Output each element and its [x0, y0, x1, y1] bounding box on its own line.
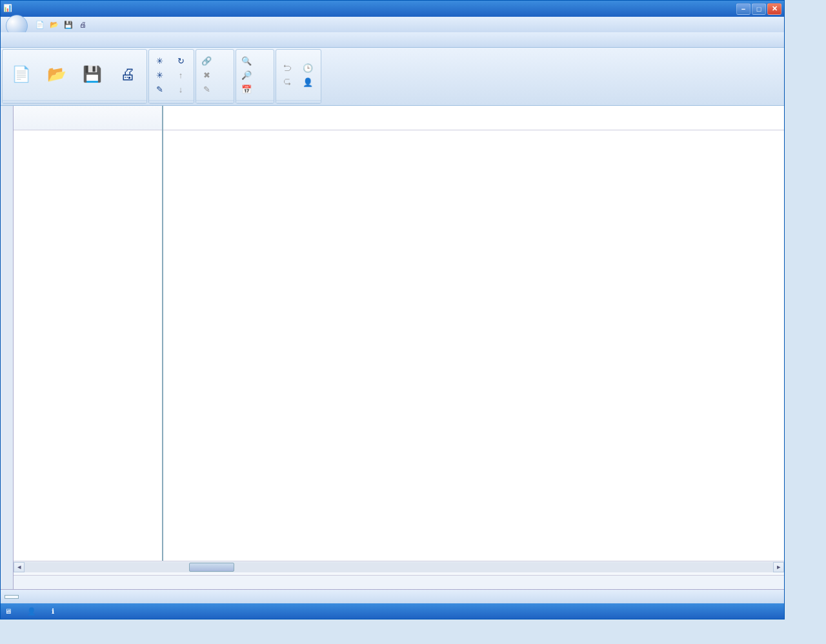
- info-icon: ℹ: [52, 607, 54, 616]
- down-icon: ↓: [176, 84, 186, 94]
- link-delete-button[interactable]: ✖: [197, 68, 218, 82]
- step-back-icon: ⮌: [281, 63, 292, 73]
- link-delete-icon: ✖: [201, 70, 212, 80]
- step-fwd-button[interactable]: ⮎: [277, 75, 298, 89]
- tree-header[interactable]: [14, 106, 162, 130]
- range-button[interactable]: 📅: [237, 82, 258, 96]
- gantt-chart[interactable]: [163, 106, 784, 561]
- step-back-button[interactable]: ⮌: [277, 61, 298, 75]
- link-create-icon: 🔗: [201, 55, 212, 66]
- approve-icon: 👤: [303, 77, 313, 87]
- open-icon: 📂: [46, 64, 67, 85]
- interval-button[interactable]: 🕒: [299, 61, 319, 75]
- scroll-left-icon[interactable]: ◂: [14, 562, 25, 572]
- document-tabs: [1, 589, 784, 603]
- conn-icon: 🖥: [5, 607, 12, 615]
- ribbon-tabs: [1, 32, 784, 48]
- statusbar: 🖥 👤 ℹ: [1, 603, 784, 619]
- range-icon: 📅: [241, 84, 252, 94]
- view-tabs: [14, 575, 784, 589]
- group-title: [196, 100, 234, 103]
- zoom-out-icon: 🔎: [241, 70, 252, 80]
- up-button[interactable]: ↑: [172, 68, 192, 82]
- save-button[interactable]: 💾: [75, 51, 110, 99]
- ribbon-group-project: 📄 📂 💾 🖨: [2, 49, 147, 104]
- create-button[interactable]: ✳: [150, 54, 171, 68]
- ribbon-group-service: ⮌ ⮎ 🕒 👤: [276, 49, 321, 104]
- group-title: [3, 100, 146, 103]
- interval-icon: 🕒: [303, 63, 313, 73]
- timeline: [163, 106, 784, 130]
- ribbon: 📄 📂 💾 🖨 ✳ ✳ ✎ ↻ ↑ ↓ 🔗 ✖ ✎: [1, 48, 784, 106]
- scroll-right-icon[interactable]: ▸: [773, 562, 784, 572]
- close-button[interactable]: ✕: [767, 3, 781, 15]
- zoom-out-button[interactable]: 🔎: [237, 68, 258, 82]
- edit-button[interactable]: ✎: [150, 82, 171, 96]
- open-button[interactable]: 📂: [39, 51, 74, 99]
- up-icon: ↑: [176, 70, 186, 80]
- scroll-thumb[interactable]: [189, 563, 234, 572]
- refresh-button[interactable]: ↻: [172, 54, 192, 68]
- step-fwd-icon: ⮎: [281, 77, 292, 87]
- print-icon: 🖨: [117, 64, 138, 85]
- approve-button[interactable]: 👤: [299, 75, 319, 89]
- qat-save-icon[interactable]: 💾: [63, 19, 74, 30]
- user-icon: 👤: [27, 607, 36, 616]
- create-icon: ✳: [154, 55, 165, 66]
- refresh-icon: ↻: [176, 55, 186, 66]
- qat-new-icon[interactable]: 📄: [34, 19, 46, 30]
- horizontal-scrollbar[interactable]: ◂ ▸: [14, 561, 784, 572]
- document-tab[interactable]: [5, 595, 19, 599]
- task-tree: [14, 106, 163, 561]
- side-tabs: [1, 106, 14, 589]
- link-edit-icon: ✎: [201, 84, 212, 94]
- ribbon-group-links: 🔗 ✖ ✎: [196, 49, 234, 104]
- link-edit-button[interactable]: ✎: [197, 82, 218, 96]
- new-button[interactable]: 📄: [4, 51, 39, 99]
- down-button[interactable]: ↓: [172, 82, 192, 96]
- create-below-icon: ✳: [154, 70, 165, 80]
- edit-icon: ✎: [154, 84, 165, 94]
- create-below-button[interactable]: ✳: [150, 68, 171, 82]
- group-title: [276, 100, 321, 103]
- ribbon-group-scale: 🔍 🔎 📅: [236, 49, 274, 104]
- save-icon: 💾: [82, 64, 103, 85]
- qat-open-icon[interactable]: 📂: [48, 19, 60, 30]
- zoom-in-button[interactable]: 🔍: [237, 54, 258, 68]
- app-icon: 📊: [3, 4, 14, 14]
- qat-print-icon[interactable]: 🖨: [77, 19, 88, 30]
- group-title: [149, 100, 194, 103]
- link-create-button[interactable]: 🔗: [197, 54, 218, 68]
- quick-access-toolbar: 📄 📂 💾 🖨: [1, 17, 784, 32]
- ribbon-group-works: ✳ ✳ ✎ ↻ ↑ ↓: [148, 49, 194, 104]
- zoom-in-icon: 🔍: [241, 55, 252, 66]
- maximize-button[interactable]: □: [752, 3, 766, 15]
- minimize-button[interactable]: −: [736, 3, 750, 15]
- group-title: [236, 100, 274, 103]
- print-button[interactable]: 🖨: [110, 51, 145, 99]
- titlebar: 📊 − □ ✕: [1, 1, 784, 17]
- new-icon: 📄: [11, 64, 32, 85]
